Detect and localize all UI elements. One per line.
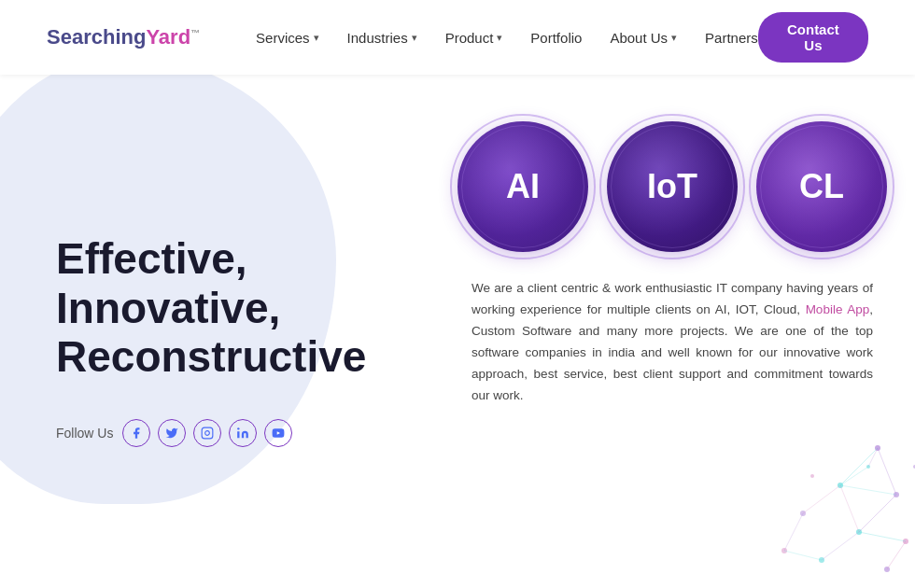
tech-icons-group: AI IoT CL — [458, 121, 887, 252]
follow-label: Follow Us — [56, 426, 113, 441]
logo-tm: ™ — [190, 28, 200, 38]
hero-right-panel: AI IoT CL We are a client centric & work… — [439, 75, 915, 588]
company-description: We are a client centric & work enthusias… — [472, 278, 873, 407]
cl-circle: CL — [756, 121, 887, 252]
youtube-icon[interactable] — [264, 419, 292, 447]
contact-button[interactable]: Contact Us — [758, 12, 868, 63]
ai-circle: AI — [458, 121, 588, 252]
svg-line-17 — [878, 448, 896, 495]
nav-portfolio[interactable]: Portfolio — [530, 30, 582, 46]
svg-line-25 — [784, 513, 803, 551]
svg-line-24 — [784, 551, 822, 560]
logo-yard: Yard — [146, 25, 190, 49]
ring-inner — [461, 125, 584, 248]
nav-services[interactable]: Services ▾ — [256, 30, 319, 46]
main-nav: Services ▾ Industries ▾ Product ▾ Portfo… — [256, 30, 758, 46]
svg-line-20 — [840, 485, 859, 532]
nav-industries[interactable]: Industries ▾ — [347, 30, 417, 46]
svg-line-18 — [840, 485, 896, 495]
twitter-icon[interactable] — [158, 419, 186, 447]
iot-circle: IoT — [607, 121, 738, 252]
svg-line-26 — [803, 485, 840, 513]
nav-about[interactable]: About Us ▾ — [610, 30, 677, 46]
nav-partners[interactable]: Partners — [705, 30, 758, 46]
svg-line-21 — [859, 532, 906, 541]
ring-inner — [760, 125, 883, 248]
chevron-down-icon: ▾ — [314, 32, 319, 44]
svg-line-27 — [868, 448, 878, 467]
chevron-down-icon: ▾ — [412, 32, 417, 44]
chevron-down-icon: ▾ — [497, 32, 502, 44]
svg-line-19 — [859, 495, 896, 532]
facebook-icon[interactable] — [122, 419, 150, 447]
hero-title: Effective, Innovative, Reconstructive — [56, 234, 392, 383]
network-decoration — [710, 420, 915, 588]
social-icons-group — [122, 419, 292, 447]
svg-point-2 — [238, 427, 240, 429]
svg-line-16 — [840, 448, 878, 485]
header: SearchingYard™ Services ▾ Industries ▾ P… — [0, 0, 915, 75]
linkedin-icon[interactable] — [229, 419, 257, 447]
svg-line-22 — [822, 532, 859, 560]
logo-searching: Searching — [47, 25, 146, 49]
ring-inner — [611, 125, 734, 248]
hero-left-panel: Effective, Innovative, Reconstructive Fo… — [0, 75, 439, 588]
main-content: Effective, Innovative, Reconstructive Fo… — [0, 75, 915, 588]
svg-point-15 — [810, 474, 814, 478]
svg-rect-0 — [203, 427, 214, 439]
mobile-app-link[interactable]: Mobile App — [806, 302, 870, 316]
follow-us-section: Follow Us — [56, 419, 392, 447]
svg-line-23 — [887, 541, 906, 569]
nav-product[interactable]: Product ▾ — [445, 30, 503, 46]
chevron-down-icon: ▾ — [671, 32, 677, 44]
svg-line-28 — [840, 467, 868, 485]
logo[interactable]: SearchingYard™ — [47, 25, 200, 49]
instagram-icon[interactable] — [193, 419, 221, 447]
